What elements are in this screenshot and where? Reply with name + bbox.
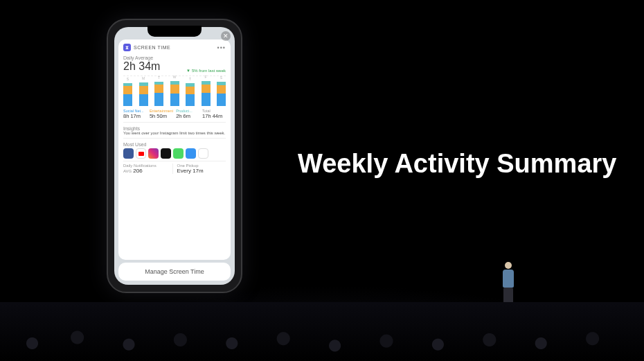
safari-icon[interactable] bbox=[198, 148, 208, 159]
hourglass-icon: ⧗ bbox=[123, 44, 131, 51]
instagram-icon[interactable] bbox=[148, 148, 159, 159]
category-productivity: Product... 2h 6m bbox=[176, 109, 199, 119]
category-value: 8h 17m bbox=[123, 113, 147, 119]
category-value: 5h 50m bbox=[150, 113, 173, 119]
presenter bbox=[499, 262, 518, 305]
stat-value: Every 17m bbox=[177, 168, 226, 174]
arrow-down-icon: ▼ bbox=[186, 69, 190, 73]
slide-headline: Weekly Activity Summary bbox=[298, 149, 616, 179]
iphone-notch bbox=[147, 26, 202, 37]
chart-bar: W bbox=[170, 81, 179, 106]
chart-bar: M bbox=[139, 82, 148, 106]
iphone-frame: ✕ ⧗ SCREEN TIME ••• Daily Average 2h 34m… bbox=[107, 19, 242, 293]
category-value: 17h 44m bbox=[202, 113, 226, 119]
category-row: Social Net... 8h 17m Entertainment 5h 50… bbox=[123, 109, 226, 123]
daily-average-value: 2h 34m bbox=[123, 60, 160, 73]
widget-header: ⧗ SCREEN TIME ••• bbox=[123, 44, 226, 51]
stats-row: Daily Notifications AVG206 One Pickup Ev… bbox=[123, 161, 226, 176]
stat-notifications: Daily Notifications AVG206 bbox=[123, 164, 172, 174]
category-total: Total 17h 44m bbox=[202, 109, 226, 119]
insights-section: Insights You went over your Instagram li… bbox=[123, 123, 226, 139]
usage-bar-chart: SMTWTFS bbox=[123, 76, 226, 106]
stat-value: 206 bbox=[133, 168, 142, 174]
category-value: 2h 6m bbox=[176, 113, 199, 119]
chart-bar: T bbox=[186, 83, 195, 106]
category-social: Social Net... 8h 17m bbox=[123, 109, 147, 119]
app-icon-row bbox=[123, 148, 226, 159]
insights-text: You went over your Instagram limit two t… bbox=[123, 131, 226, 136]
stat-pickup: One Pickup Every 17m bbox=[172, 164, 226, 174]
chart-bar: T bbox=[154, 82, 163, 106]
category-entertainment: Entertainment 5h 50m bbox=[150, 109, 173, 119]
daily-average-label: Daily Average bbox=[123, 55, 226, 60]
manage-screen-time-button[interactable]: Manage Screen Time bbox=[118, 263, 231, 281]
trend-badge: ▼ 5% from last week bbox=[186, 69, 226, 73]
audience bbox=[0, 302, 644, 361]
stat-prefix: AVG bbox=[123, 169, 132, 173]
most-used-label: Most Used bbox=[123, 142, 226, 147]
most-used-section: Most Used bbox=[123, 139, 226, 161]
insights-label: Insights bbox=[123, 126, 226, 131]
more-icon[interactable]: ••• bbox=[217, 44, 226, 51]
chart-bar: S bbox=[123, 83, 132, 106]
messages-icon[interactable] bbox=[173, 148, 184, 159]
close-icon[interactable]: ✕ bbox=[221, 31, 231, 41]
iphone-screen: ✕ ⧗ SCREEN TIME ••• Daily Average 2h 34m… bbox=[114, 27, 235, 285]
mail-icon[interactable] bbox=[186, 148, 196, 159]
screen-time-widget: ⧗ SCREEN TIME ••• Daily Average 2h 34m ▼… bbox=[118, 39, 231, 260]
chart-bar: F bbox=[202, 81, 211, 106]
trend-text: 5% from last week bbox=[192, 69, 226, 73]
facebook-icon[interactable] bbox=[123, 148, 134, 159]
chart-bar: S bbox=[217, 82, 226, 106]
netflix-icon[interactable] bbox=[161, 148, 171, 159]
youtube-icon[interactable] bbox=[136, 148, 146, 159]
widget-title: SCREEN TIME bbox=[134, 45, 170, 50]
